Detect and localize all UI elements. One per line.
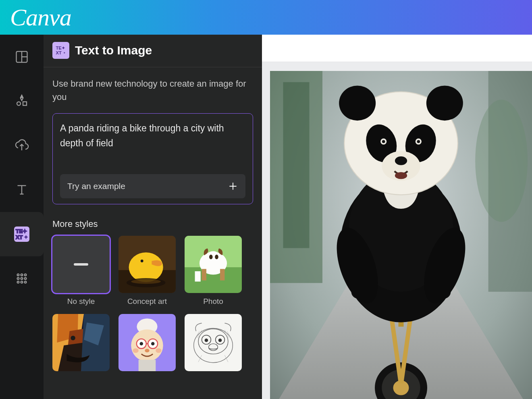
elements-icon <box>15 94 29 108</box>
svg-point-12 <box>17 274 19 276</box>
main-area: TEXT TEXT Text to Image Use brand new te… <box>0 35 532 399</box>
style-tile-photo[interactable]: Photo <box>185 236 242 306</box>
styles-heading: More styles <box>52 219 253 229</box>
top-header: Canva <box>0 0 532 35</box>
svg-point-55 <box>151 342 155 346</box>
svg-point-107 <box>395 172 407 179</box>
svg-rect-38 <box>202 269 206 280</box>
style-tile-3d[interactable] <box>118 314 176 375</box>
nav-more-apps[interactable] <box>12 268 32 289</box>
svg-point-17 <box>25 278 27 280</box>
svg-point-19 <box>21 281 23 283</box>
style-tile-concept-art[interactable]: Concept art <box>118 236 176 306</box>
svg-point-103 <box>382 140 385 143</box>
svg-point-68 <box>205 339 208 342</box>
svg-point-20 <box>25 281 27 283</box>
panel-body: Use brand new technology to create an im… <box>44 67 262 385</box>
prompt-box: Try an example <box>52 113 253 204</box>
svg-rect-4 <box>23 102 27 106</box>
panel-title: Text to Image <box>75 44 152 57</box>
nav-templates[interactable] <box>12 47 32 67</box>
svg-text:TE: TE <box>16 228 23 234</box>
svg-text:XT: XT <box>56 50 62 55</box>
plus-icon <box>228 181 238 191</box>
text-icon <box>15 183 29 197</box>
style-thumb-concept <box>118 236 176 293</box>
svg-text:XT: XT <box>16 234 23 240</box>
svg-point-104 <box>417 140 420 143</box>
nav-text[interactable] <box>12 180 32 200</box>
svg-point-97 <box>339 86 376 121</box>
panel-header: TEXT Text to Image <box>44 35 262 67</box>
text-to-image-icon: TEXT <box>14 227 29 242</box>
svg-point-59 <box>145 349 149 353</box>
styles-grid: No style <box>52 236 253 375</box>
style-thumb-photo <box>185 236 242 293</box>
style-label: Concept art <box>127 297 167 306</box>
generated-image[interactable] <box>270 71 532 399</box>
svg-point-15 <box>17 278 19 280</box>
svg-rect-40 <box>195 271 201 282</box>
templates-icon <box>15 50 29 64</box>
nav-text-to-image[interactable]: TEXT <box>12 224 32 244</box>
try-example-label: Try an example <box>67 181 125 191</box>
svg-point-106 <box>395 156 407 165</box>
style-tile-sketch[interactable] <box>185 314 242 375</box>
svg-point-69 <box>218 339 222 342</box>
style-tile-painting[interactable] <box>52 314 110 375</box>
more-apps-icon <box>15 271 29 286</box>
canvas-toolbar <box>262 35 532 62</box>
svg-text:TE: TE <box>56 46 62 50</box>
svg-point-48 <box>71 336 75 340</box>
svg-point-28 <box>132 256 148 271</box>
style-thumb-3d <box>118 314 176 371</box>
svg-point-35 <box>206 251 221 264</box>
prompt-input[interactable] <box>60 121 245 165</box>
try-example-button[interactable]: Try an example <box>60 174 245 198</box>
nav-uploads[interactable] <box>12 135 32 156</box>
style-label: No style <box>67 297 95 306</box>
svg-rect-79 <box>283 82 310 248</box>
svg-point-29 <box>141 260 143 262</box>
svg-point-36 <box>209 255 213 259</box>
svg-point-60 <box>133 348 139 353</box>
panel-intro: Use brand new technology to create an im… <box>52 77 253 104</box>
style-thumb-sketch <box>185 314 242 371</box>
style-thumb-painting <box>52 314 110 371</box>
style-tile-no-style[interactable]: No style <box>52 236 110 306</box>
svg-point-98 <box>426 86 463 121</box>
side-panel: TEXT Text to Image Use brand new technol… <box>44 35 262 399</box>
nav-rail: TEXT <box>0 35 44 399</box>
svg-point-13 <box>21 274 23 276</box>
svg-point-18 <box>17 281 19 283</box>
svg-point-61 <box>156 348 161 353</box>
svg-point-3 <box>17 102 21 106</box>
text-to-image-badge-icon: TEXT <box>52 42 69 59</box>
svg-rect-62 <box>139 360 156 371</box>
nav-elements[interactable] <box>12 91 32 111</box>
svg-point-37 <box>215 255 218 259</box>
style-thumb-none <box>52 236 110 293</box>
svg-point-31 <box>131 279 161 284</box>
svg-point-81 <box>475 100 528 222</box>
uploads-icon <box>15 138 29 153</box>
minus-icon <box>74 263 88 266</box>
svg-rect-39 <box>220 269 224 280</box>
canva-logo: Canva <box>10 4 71 31</box>
style-label: Photo <box>203 297 223 306</box>
svg-point-14 <box>25 274 27 276</box>
svg-point-16 <box>21 278 23 280</box>
canvas-area <box>262 35 532 399</box>
svg-point-54 <box>140 342 143 346</box>
